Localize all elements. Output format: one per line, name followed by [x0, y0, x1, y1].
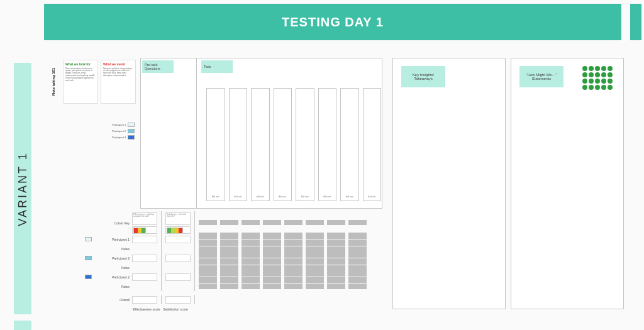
task-sticky[interactable]: Task [201, 60, 233, 73]
dot-icon[interactable] [601, 85, 606, 90]
notes-swatch[interactable] [242, 265, 260, 270]
dot-icon[interactable] [582, 79, 587, 84]
notes-swatch[interactable] [242, 246, 260, 251]
notes-swatch[interactable] [263, 246, 281, 251]
score-swatch[interactable] [348, 239, 367, 246]
notes-swatch[interactable] [263, 284, 281, 289]
notes-swatch[interactable] [348, 284, 367, 289]
task-column[interactable]: Add note [229, 88, 248, 201]
score-swatch[interactable] [220, 251, 238, 258]
score-swatch[interactable] [327, 270, 345, 277]
score-swatch[interactable] [263, 277, 281, 283]
score-swatch[interactable] [306, 258, 324, 265]
matrix-cell[interactable] [165, 273, 191, 281]
score-swatch[interactable] [199, 277, 217, 283]
score-swatch[interactable] [199, 239, 217, 246]
dot-grid[interactable] [582, 66, 613, 90]
notes-swatch[interactable] [220, 284, 238, 289]
score-swatch[interactable] [284, 258, 303, 265]
dot-icon[interactable] [595, 72, 600, 77]
insights-sticky[interactable]: Key Insights/ Takeaways [401, 66, 445, 87]
score-swatch[interactable] [327, 239, 345, 246]
score-swatch[interactable] [242, 258, 260, 265]
score-swatch[interactable] [220, 258, 238, 265]
score-swatch[interactable] [284, 277, 303, 283]
notes-swatch[interactable] [199, 284, 217, 289]
score-swatch[interactable] [220, 233, 238, 239]
dot-icon[interactable] [608, 72, 613, 77]
dot-icon[interactable] [589, 85, 594, 90]
score-swatch[interactable] [242, 251, 260, 258]
dot-icon[interactable] [589, 72, 594, 77]
hmw-panel[interactable] [511, 58, 624, 309]
score-swatch[interactable] [348, 270, 367, 277]
task-column[interactable]: Add note [274, 88, 292, 201]
task-column[interactable]: Add note [206, 88, 225, 201]
score-swatch[interactable] [284, 239, 303, 246]
notes-swatch[interactable] [284, 265, 303, 270]
notes-swatch[interactable] [220, 265, 238, 270]
task-column[interactable]: Add note [340, 88, 359, 201]
score-swatch[interactable] [327, 233, 345, 239]
notes-swatch[interactable] [263, 265, 281, 270]
score-swatch[interactable] [284, 270, 303, 277]
notes-swatch[interactable] [199, 246, 217, 251]
score-swatch[interactable] [284, 251, 303, 258]
dot-icon[interactable] [582, 66, 587, 71]
notes-swatch[interactable] [284, 284, 303, 289]
score-swatch[interactable] [263, 233, 281, 239]
dot-icon[interactable] [582, 85, 587, 90]
dot-icon[interactable] [595, 85, 600, 90]
matrix-cell[interactable] [165, 236, 191, 243]
score-swatch[interactable] [327, 258, 345, 265]
dot-icon[interactable] [589, 79, 594, 84]
notes-swatch[interactable] [242, 284, 260, 289]
score-swatch[interactable] [263, 270, 281, 277]
score-swatch[interactable] [306, 251, 324, 258]
notes-swatch[interactable] [199, 265, 217, 270]
dot-icon[interactable] [601, 79, 606, 84]
notes-swatch[interactable] [327, 284, 345, 289]
notes-swatch[interactable] [327, 265, 345, 270]
pretask-sticky[interactable]: Pre-task Questions [142, 60, 174, 73]
dot-icon[interactable] [608, 66, 613, 71]
score-swatch[interactable] [348, 258, 367, 265]
hmw-sticky[interactable]: "How Might We…" Statements [519, 66, 564, 87]
notes-swatch[interactable] [348, 265, 367, 270]
matrix-cell[interactable] [132, 255, 157, 262]
matrix-cell[interactable] [165, 255, 191, 262]
score-swatch[interactable] [327, 251, 345, 258]
score-swatch[interactable] [348, 233, 367, 239]
score-swatch[interactable] [199, 258, 217, 265]
task-column[interactable]: Add note [296, 88, 314, 201]
score-swatch[interactable] [284, 233, 303, 239]
score-swatch[interactable] [263, 251, 281, 258]
task-column[interactable]: Add note [318, 88, 337, 201]
score-swatch[interactable] [348, 251, 367, 258]
task-column[interactable]: Add note [251, 88, 270, 201]
score-swatch[interactable] [242, 239, 260, 246]
notes-swatch[interactable] [306, 246, 324, 251]
score-swatch[interactable] [220, 277, 238, 283]
dot-icon[interactable] [595, 79, 600, 84]
score-swatch[interactable] [263, 258, 281, 265]
notes-swatch[interactable] [327, 246, 345, 251]
matrix-cell[interactable] [132, 273, 157, 281]
matrix-cell[interactable] [165, 296, 191, 304]
score-swatch[interactable] [306, 233, 324, 239]
score-swatch[interactable] [348, 277, 367, 283]
score-swatch[interactable] [306, 277, 324, 283]
dot-icon[interactable] [601, 72, 606, 77]
dot-icon[interactable] [595, 66, 600, 71]
notes-swatch[interactable] [348, 246, 367, 251]
score-swatch[interactable] [327, 277, 345, 283]
insights-panel[interactable] [392, 58, 506, 309]
score-swatch[interactable] [199, 251, 217, 258]
score-swatch[interactable] [242, 233, 260, 239]
notes-swatch[interactable] [284, 246, 303, 251]
dot-icon[interactable] [582, 72, 587, 77]
matrix-cell[interactable] [132, 236, 157, 243]
dot-icon[interactable] [608, 85, 613, 90]
score-swatch[interactable] [306, 270, 324, 277]
score-swatch[interactable] [263, 239, 281, 246]
